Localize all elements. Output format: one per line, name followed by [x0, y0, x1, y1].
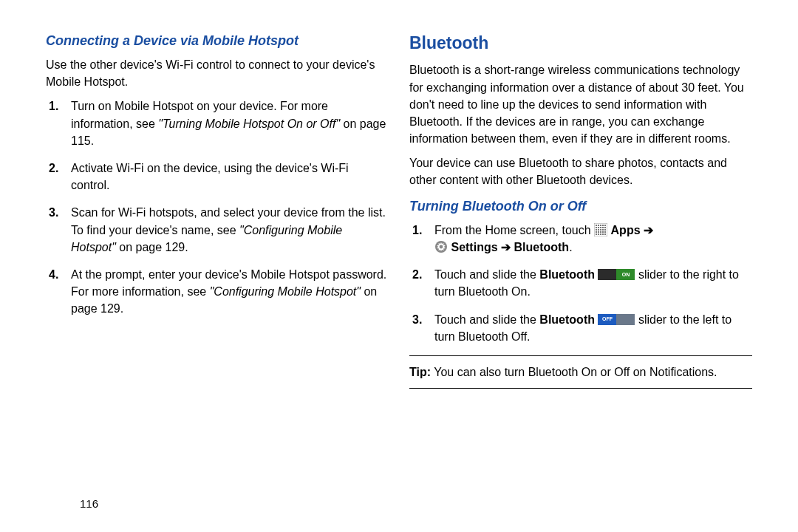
svg-point-9 — [602, 227, 604, 228]
svg-point-10 — [604, 227, 606, 228]
intro-paragraph: Use the other device's Wi-Fi control to … — [46, 56, 389, 90]
svg-point-13 — [600, 229, 601, 231]
svg-point-15 — [604, 229, 606, 231]
page-number: 116 — [80, 497, 98, 510]
step-text: Activate Wi-Fi on the device, using the … — [71, 162, 349, 191]
step-text: Touch and slide the — [434, 268, 536, 281]
arrow-icon: ➔ — [501, 241, 511, 253]
right-column: Bluetooth Bluetooth is a short-range wir… — [399, 31, 763, 517]
svg-point-21 — [596, 233, 597, 235]
arrow-icon: ➔ — [644, 224, 653, 236]
toggle-off-icon: OFF — [598, 314, 635, 325]
svg-point-1 — [596, 225, 597, 226]
svg-point-23 — [600, 233, 601, 235]
section-heading-bluetooth: Bluetooth — [409, 31, 752, 55]
svg-point-22 — [598, 233, 599, 235]
tip-text: You can also turn Bluetooth On or Off on… — [434, 366, 717, 378]
bluetooth-intro-1: Bluetooth is a short-range wireless comm… — [409, 61, 752, 147]
svg-point-20 — [604, 231, 606, 233]
divider — [409, 355, 752, 356]
step-1: Turn on Mobile Hotspot on your device. F… — [66, 98, 389, 149]
svg-point-7 — [598, 227, 599, 228]
tip-paragraph: Tip: You can also turn Bluetooth On or O… — [409, 364, 752, 381]
svg-point-8 — [600, 227, 601, 228]
manual-page: Connecting a Device via Mobile Hotspot U… — [0, 0, 798, 532]
bluetooth-label: Bluetooth — [539, 313, 595, 326]
bluetooth-label: Bluetooth — [539, 268, 595, 281]
svg-point-12 — [598, 229, 599, 231]
svg-point-6 — [596, 227, 597, 228]
step-2: Touch and slide the Bluetooth ON slider … — [430, 266, 752, 300]
svg-point-5 — [604, 225, 606, 226]
section-heading-connecting: Connecting a Device via Mobile Hotspot — [46, 31, 389, 50]
toggle-off-text: OFF — [598, 314, 616, 325]
step-text-tail: on page 129. — [119, 241, 188, 253]
step-text: Touch and slide the — [434, 313, 536, 326]
svg-point-24 — [602, 233, 604, 235]
step-4: At the prompt, enter your device's Mobil… — [66, 266, 389, 318]
step-1: From the Home screen, touch Apps — [430, 222, 752, 256]
step-3: Touch and slide the Bluetooth OFF slider… — [430, 311, 752, 345]
period: . — [569, 241, 572, 253]
left-column: Connecting a Device via Mobile Hotspot U… — [35, 31, 399, 517]
cross-reference: "Configuring Mobile Hotspot" — [210, 285, 361, 298]
svg-point-3 — [600, 225, 601, 226]
hotspot-steps: Turn on Mobile Hotspot on your device. F… — [46, 98, 389, 317]
step-2: Activate Wi-Fi on the device, using the … — [66, 160, 389, 194]
svg-point-2 — [598, 225, 599, 226]
svg-point-11 — [596, 229, 597, 231]
svg-point-17 — [598, 231, 599, 233]
svg-point-27 — [440, 245, 443, 249]
section-heading-bt-toggle: Turning Bluetooth On or Off — [409, 197, 752, 216]
svg-point-4 — [602, 225, 604, 226]
tip-label: Tip: — [409, 366, 431, 378]
svg-point-18 — [600, 231, 601, 233]
settings-gear-icon — [434, 240, 448, 253]
svg-point-19 — [602, 231, 604, 233]
bluetooth-label: Bluetooth — [514, 241, 569, 253]
apps-label: Apps — [611, 224, 641, 236]
apps-grid-icon — [594, 223, 607, 236]
settings-label: Settings — [451, 241, 497, 253]
svg-point-14 — [602, 229, 604, 231]
toggle-on-text: ON — [616, 269, 635, 280]
bluetooth-steps: From the Home screen, touch Apps — [409, 222, 752, 345]
svg-point-25 — [604, 233, 606, 235]
svg-point-16 — [596, 231, 597, 233]
bluetooth-intro-2: Your device can use Bluetooth to share p… — [409, 154, 752, 188]
divider — [409, 388, 752, 389]
step-3: Scan for Wi-Fi hotspots, and select your… — [66, 204, 389, 256]
cross-reference: "Turning Mobile Hotspot On or Off" — [158, 117, 340, 130]
step-text: From the Home screen, touch — [434, 224, 591, 236]
toggle-on-icon: ON — [598, 269, 635, 280]
